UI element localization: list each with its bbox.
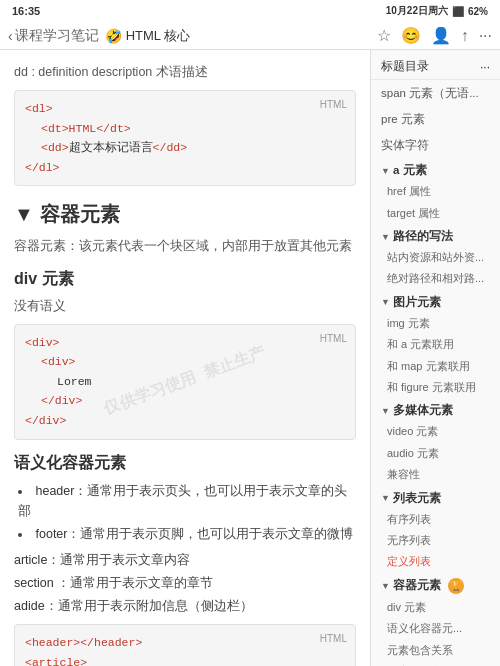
sidebar: 标题目录 ··· span 元素（无语... pre 元素 实体字符 ▼ a 元… bbox=[370, 50, 500, 666]
person-icon[interactable]: 👤 bbox=[431, 26, 451, 45]
dd-definition: dd : definition description 术语描述 bbox=[14, 62, 356, 82]
status-icons: 10月22日周六 ⬛ 62% bbox=[386, 4, 488, 18]
sidebar-item-element-relation[interactable]: 元素包含关系 bbox=[371, 640, 500, 661]
list-item: footer：通常用于表示页脚，也可以用于表示文章的微博 bbox=[18, 524, 356, 544]
arrow-icon: ▼ bbox=[381, 166, 390, 176]
sidebar-section-list[interactable]: ▼ 列表元素 bbox=[371, 486, 500, 509]
code-line: Lorem bbox=[25, 372, 345, 392]
code-line: <dd>超文本标记语言</dd> bbox=[25, 138, 345, 158]
code-line: <div> bbox=[25, 333, 345, 353]
semantic-list: header：通常用于表示页头，也可以用于表示文章的头部 footer：通常用于… bbox=[14, 481, 356, 544]
code-line: </dl> bbox=[25, 158, 345, 178]
arrow-icon: ▼ bbox=[381, 232, 390, 242]
sidebar-section-media[interactable]: ▼ 多媒体元素 bbox=[371, 398, 500, 421]
code-line: <dl> bbox=[25, 99, 345, 119]
semantic-line-adide: adide：通常用于表示附加信息（侧边栏） bbox=[14, 596, 356, 616]
sidebar-item-semantic-container[interactable]: 语义化容器元... bbox=[371, 618, 500, 639]
semantic-section-title: 语义化容器元素 bbox=[14, 450, 356, 476]
status-bar: 16:35 10月22日周六 ⬛ 62% bbox=[0, 0, 500, 22]
div-section-title: div 元素 bbox=[14, 266, 356, 292]
arrow-icon: ▼ bbox=[381, 297, 390, 307]
sidebar-more-icon[interactable]: ··· bbox=[480, 60, 490, 74]
sidebar-section-path[interactable]: ▼ 路径的写法 bbox=[371, 224, 500, 247]
sidebar-item-img-figure[interactable]: 和 figure 元素联用 bbox=[371, 377, 500, 398]
code-line: </div> bbox=[25, 411, 345, 431]
nav-back-button[interactable]: ‹ 课程学习笔记 bbox=[8, 27, 99, 45]
sidebar-item-ordered[interactable]: 有序列表 bbox=[371, 509, 500, 530]
arrow-icon: ▼ bbox=[381, 406, 390, 416]
sidebar-item-video[interactable]: video 元素 bbox=[371, 421, 500, 442]
section-label: 多媒体元素 bbox=[393, 403, 453, 418]
div-description: 没有语义 bbox=[14, 296, 356, 316]
share-icon[interactable]: ↑ bbox=[461, 27, 469, 45]
code-line: <article> bbox=[25, 653, 345, 666]
sidebar-section-container[interactable]: ▼ 容器元素 🏆 bbox=[371, 573, 500, 597]
emoji-icon[interactable]: 😊 bbox=[401, 26, 421, 45]
main-layout: dd : definition description 术语描述 HTML <d… bbox=[0, 50, 500, 666]
container-description: 容器元素：该元素代表一个块区域，内部用于放置其他元素 bbox=[14, 236, 356, 256]
sidebar-item-img[interactable]: img 元素 bbox=[371, 313, 500, 334]
sidebar-item-compat[interactable]: 兼容性 bbox=[371, 464, 500, 485]
arrow-icon: ▼ bbox=[381, 581, 390, 591]
code-block-3: HTML <header></header> <article> <header… bbox=[14, 624, 356, 666]
status-time: 16:35 bbox=[12, 5, 40, 17]
container-section-title: ▼ 容器元素 bbox=[14, 198, 356, 230]
section-label: 列表元素 bbox=[393, 491, 441, 506]
sidebar-item-internal-external[interactable]: 站内资源和站外资... bbox=[371, 247, 500, 268]
sidebar-item-absolute-relative[interactable]: 绝对路径和相对路... bbox=[371, 268, 500, 289]
section-label: a 元素 bbox=[393, 163, 427, 178]
sidebar-item-label: 实体字符 bbox=[381, 139, 429, 151]
sidebar-section-image[interactable]: ▼ 图片元素 bbox=[371, 290, 500, 313]
back-arrow-icon: ‹ bbox=[8, 28, 13, 44]
section-label: 路径的写法 bbox=[393, 229, 453, 244]
content-area: dd : definition description 术语描述 HTML <d… bbox=[0, 50, 370, 666]
star-icon[interactable]: ☆ bbox=[377, 26, 391, 45]
sidebar-item-img-a[interactable]: 和 a 元素联用 bbox=[371, 334, 500, 355]
battery-level: 62% bbox=[468, 6, 488, 17]
sidebar-item-definition[interactable]: 定义列表 bbox=[371, 551, 500, 572]
nav-back-label: 课程学习笔记 bbox=[15, 27, 99, 45]
code-line: <dt>HTML</dt> bbox=[25, 119, 345, 139]
date-display: 10月22日周六 bbox=[386, 4, 448, 18]
sidebar-item-periodic[interactable]: 元素周期表 bbox=[371, 661, 500, 666]
sidebar-item-href[interactable]: href 属性 bbox=[371, 181, 500, 202]
list-item: header：通常用于表示页头，也可以用于表示文章的头部 bbox=[18, 481, 356, 521]
sidebar-item-span[interactable]: span 元素（无语... bbox=[371, 80, 500, 106]
sidebar-item-unordered[interactable]: 无序列表 bbox=[371, 530, 500, 551]
sidebar-item-div[interactable]: div 元素 bbox=[371, 597, 500, 618]
code-block-1: HTML <dl> <dt>HTML</dt> <dd>超文本标记语言</dd>… bbox=[14, 90, 356, 186]
semantic-line-section: section ：通常用于表示文章的章节 bbox=[14, 573, 356, 593]
arrow-icon: ▼ bbox=[381, 493, 390, 503]
code-label-1: HTML bbox=[320, 96, 347, 113]
code-line: </div> bbox=[25, 391, 345, 411]
code-block-3-container: HTML <header></header> <article> <header… bbox=[14, 624, 356, 666]
sidebar-item-entity[interactable]: 实体字符 bbox=[371, 132, 500, 158]
semantic-line-article: article：通常用于表示文章内容 bbox=[14, 550, 356, 570]
more-icon[interactable]: ··· bbox=[479, 27, 492, 45]
section-triangle-icon: ▼ bbox=[14, 198, 34, 230]
nav-title: 🤣 HTML 核心 bbox=[105, 27, 371, 45]
sidebar-item-label: pre 元素 bbox=[381, 113, 425, 125]
code-label-2: HTML bbox=[320, 330, 347, 347]
sidebar-header: 标题目录 ··· bbox=[371, 50, 500, 80]
nav-actions: ☆ 😊 👤 ↑ ··· bbox=[377, 26, 492, 45]
code-block-2: HTML <div> <div> Lorem </div> </div> 仅供学… bbox=[14, 324, 356, 440]
title-text: HTML 核心 bbox=[126, 27, 191, 45]
nav-bar: ‹ 课程学习笔记 🤣 HTML 核心 ☆ 😊 👤 ↑ ··· bbox=[0, 22, 500, 50]
sidebar-section-a[interactable]: ▼ a 元素 bbox=[371, 158, 500, 181]
section-label: 图片元素 bbox=[393, 295, 441, 310]
code-line: <header></header> bbox=[25, 633, 345, 653]
badge-icon: 🏆 bbox=[448, 578, 464, 594]
sidebar-item-label: span 元素（无语... bbox=[381, 87, 479, 99]
sidebar-item-target[interactable]: target 属性 bbox=[371, 203, 500, 224]
section-label: 容器元素 bbox=[393, 578, 441, 593]
sidebar-item-pre[interactable]: pre 元素 bbox=[371, 106, 500, 132]
code-line: <div> bbox=[25, 352, 345, 372]
title-emoji: 🤣 bbox=[105, 28, 122, 44]
sidebar-item-audio[interactable]: audio 元素 bbox=[371, 443, 500, 464]
sidebar-title: 标题目录 bbox=[381, 58, 429, 75]
code-block-1-container: HTML <dl> <dt>HTML</dt> <dd>超文本标记语言</dd>… bbox=[14, 90, 356, 186]
code-label-3: HTML bbox=[320, 630, 347, 647]
battery-icon: ⬛ bbox=[452, 6, 464, 17]
sidebar-item-img-map[interactable]: 和 map 元素联用 bbox=[371, 356, 500, 377]
